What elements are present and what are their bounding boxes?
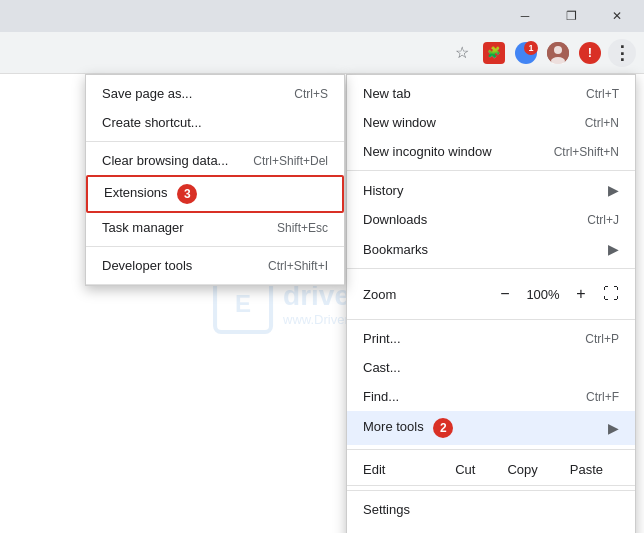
paste-button[interactable]: Paste [554,458,619,481]
menu-item-zoom: Zoom − 100% + ⛶ [347,273,635,315]
google-account-icon[interactable]: 1 [512,39,540,67]
submenu-item-create-shortcut[interactable]: Create shortcut... [86,108,344,137]
submenu-item-devtools[interactable]: Developer tools Ctrl+Shift+I [86,251,344,280]
menu-section-new: New tab Ctrl+T New window Ctrl+N New inc… [347,75,635,171]
submenu-item-save-page[interactable]: Save page as... Ctrl+S [86,79,344,108]
minimize-button[interactable]: ─ [502,0,548,32]
menu-item-incognito[interactable]: New incognito window Ctrl+Shift+N [347,137,635,166]
menu-item-help[interactable]: Help ▶ [347,524,635,533]
menu-item-find[interactable]: Find... Ctrl+F [347,382,635,411]
menu-item-more-tools[interactable]: More tools 2 ▶ [347,411,635,445]
edit-buttons: Cut Copy Paste [439,458,619,481]
chrome-main-menu: New tab Ctrl+T New window Ctrl+N New inc… [346,74,636,533]
menu-section-tools: Print... Ctrl+P Cast... Find... Ctrl+F M… [347,320,635,450]
submenu-item-clear-browsing[interactable]: Clear browsing data... Ctrl+Shift+Del [86,146,344,175]
more-tools-submenu: Save page as... Ctrl+S Create shortcut..… [85,74,345,286]
browser-toolbar: ☆ 🧩 1 ! ⋮ [0,32,644,74]
zoom-out-button[interactable]: − [491,280,519,308]
menu-item-cast[interactable]: Cast... [347,353,635,382]
avatar-icon[interactable] [544,39,572,67]
submenu-section-extensions: Clear browsing data... Ctrl+Shift+Del Ex… [86,142,344,247]
extensions-icon[interactable]: 🧩 [480,39,508,67]
menu-section-settings: Settings Help ▶ Exit [347,491,635,533]
submenu-item-extensions[interactable]: Extensions 3 [86,175,344,213]
step-3-badge: 3 [177,184,197,204]
restore-button[interactable]: ❐ [548,0,594,32]
notification-badge: 1 [524,41,538,55]
edit-row: Edit Cut Copy Paste [347,454,635,486]
submenu-item-task-manager[interactable]: Task manager Shift+Esc [86,213,344,242]
menu-section-edit: Edit Cut Copy Paste [347,450,635,491]
zoom-in-button[interactable]: + [567,280,595,308]
step-2-badge: 2 [433,418,453,438]
menu-item-print[interactable]: Print... Ctrl+P [347,324,635,353]
submenu-section-devtools: Developer tools Ctrl+Shift+I [86,247,344,285]
title-bar: ─ ❐ ✕ [0,0,644,32]
close-button[interactable]: ✕ [594,0,640,32]
menu-item-bookmarks[interactable]: Bookmarks ▶ [347,234,635,264]
window-controls: ─ ❐ ✕ [502,0,640,32]
menu-item-history[interactable]: History ▶ [347,175,635,205]
zoom-control: − 100% + ⛶ [491,280,619,308]
menu-section-zoom: Zoom − 100% + ⛶ [347,269,635,320]
menu-item-new-window[interactable]: New window Ctrl+N [347,108,635,137]
menu-item-settings[interactable]: Settings [347,495,635,524]
fullscreen-button[interactable]: ⛶ [603,285,619,303]
menu-item-downloads[interactable]: Downloads Ctrl+J [347,205,635,234]
chrome-menu-button[interactable]: ⋮ [608,39,636,67]
svg-point-1 [554,46,562,54]
zoom-value: 100% [519,287,567,302]
bookmark-icon[interactable]: ☆ [448,39,476,67]
menu-section-history: History ▶ Downloads Ctrl+J Bookmarks ▶ [347,171,635,269]
copy-button[interactable]: Copy [491,458,553,481]
menu-item-new-tab[interactable]: New tab Ctrl+T [347,79,635,108]
submenu-section-save: Save page as... Ctrl+S Create shortcut..… [86,75,344,142]
cut-button[interactable]: Cut [439,458,491,481]
alert-icon[interactable]: ! [576,39,604,67]
edit-label: Edit [363,462,439,477]
